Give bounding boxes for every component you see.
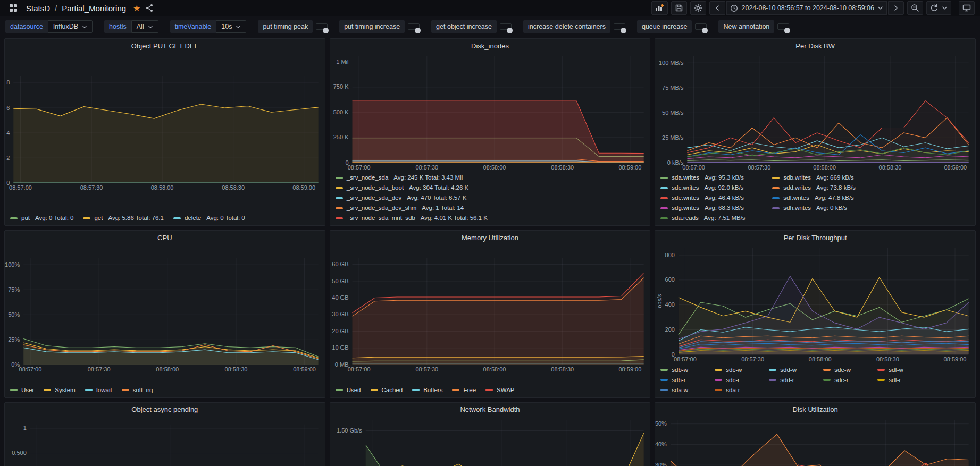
timeseries-chart[interactable]: 0%10%20%30%40%50%08:57:0008:57:3008:58:0…: [655, 417, 975, 466]
new-annotation-switch[interactable]: [777, 23, 789, 30]
legend-item[interactable]: _srv_node_sdaAvg: 245 K Total: 3.43 Mil: [336, 173, 487, 182]
queue-increase-switch[interactable]: [695, 23, 707, 30]
legend-item[interactable]: Used: [336, 386, 361, 395]
legend-item[interactable]: _srv_node_sda_devAvg: 470 Total: 6.57 K: [336, 193, 487, 202]
add-panel-button[interactable]: [651, 1, 668, 15]
svg-text:08:59:00: 08:59:00: [944, 357, 967, 363]
time-shift-forward-button[interactable]: [888, 1, 904, 15]
timeseries-chart[interactable]: 0 kB/s25 MB/s50 MB/s75 MB/s100 MB/s08:57…: [655, 53, 975, 173]
legend-item[interactable]: sda.readsAvg: 7.51 MB/s: [660, 214, 763, 223]
panel-legend: UsedCachedBuffersFreeSWAP: [330, 385, 650, 397]
dashboard-settings-button[interactable]: [690, 1, 706, 15]
legend-series-label: sdd-w: [780, 366, 797, 375]
timeseries-chart[interactable]: 0250 K500 K750 K1 Mil08:57:0008:57:3008:…: [330, 53, 650, 173]
legend-item[interactable]: sda-w: [660, 386, 705, 395]
legend-item[interactable]: SWAP: [485, 386, 514, 395]
save-dashboard-button[interactable]: [671, 1, 687, 15]
panel-title[interactable]: Object PUT GET DEL: [5, 39, 325, 53]
timeseries-chart[interactable]: 0246808:57:0008:57:3008:58:0008:58:3008:…: [5, 53, 325, 213]
legend-item[interactable]: sdc-r: [715, 376, 759, 385]
panel-title[interactable]: Disk Utilization: [655, 403, 975, 417]
increase-delete-containers-switch[interactable]: [614, 23, 625, 30]
legend-item[interactable]: sda-r: [715, 386, 759, 395]
refresh-interval-chevron-icon[interactable]: [942, 6, 948, 10]
legend-item[interactable]: sdd-r: [769, 376, 814, 385]
legend-item[interactable]: sde.writesAvg: 46.4 kB/s: [660, 193, 763, 202]
legend-series-stats: Avg: 245 K Total: 3.43 Mil: [393, 173, 463, 182]
legend-item[interactable]: Buffers: [412, 386, 442, 395]
legend-item[interactable]: putAvg: 0 Total: 0: [10, 214, 73, 223]
legend-series-swatch: [660, 197, 668, 199]
legend-item[interactable]: sdc-w: [715, 366, 759, 375]
legend-series-label: sde.writes: [672, 193, 699, 202]
legend-item[interactable]: sde-r: [823, 376, 868, 385]
kiosk-mode-button[interactable]: [959, 1, 975, 15]
time-shift-back-button[interactable]: [709, 1, 725, 15]
legend-item[interactable]: sdg.writesAvg: 68.3 kB/s: [660, 204, 763, 213]
legend-item[interactable]: Free: [452, 386, 476, 395]
variable-hostls-value[interactable]: All: [131, 20, 158, 33]
legend-item[interactable]: User: [10, 386, 34, 395]
legend-item[interactable]: sde-w: [823, 366, 868, 375]
legend-item[interactable]: deleteAvg: 0 Total: 0: [173, 214, 245, 223]
legend-series-swatch: [85, 389, 93, 391]
put-timing-peak-switch[interactable]: [316, 23, 328, 30]
timeseries-chart[interactable]: 020040060080008:57:0008:57:3008:58:0008:…: [655, 244, 975, 365]
svg-text:08:57:00: 08:57:00: [347, 164, 370, 171]
legend-series-label: sda-w: [672, 386, 688, 395]
share-icon[interactable]: [145, 4, 154, 12]
legend-series-label: sdb-w: [672, 366, 688, 375]
legend-item[interactable]: soft_irq: [122, 386, 153, 395]
panel-title[interactable]: Per Disk BW: [655, 39, 975, 53]
timeseries-chart[interactable]: 10.5000-0.500-108:57:0008:57:3008:58:000…: [5, 417, 325, 466]
legend-item[interactable]: Cached: [371, 386, 403, 395]
refresh-button[interactable]: [926, 1, 951, 15]
svg-text:0 MB: 0 MB: [334, 361, 348, 368]
panel-title[interactable]: Per Disk Throughput: [655, 231, 975, 244]
timeseries-chart[interactable]: 0 MB10 GB20 GB30 GB40 GB50 GB60 GB08:57:…: [330, 244, 650, 385]
put-timing-increase-switch[interactable]: [408, 23, 420, 30]
legend-item[interactable]: sdh.writesAvg: 0 kB/s: [772, 204, 874, 213]
toggle-put-timing-peak: put timing peak: [258, 20, 328, 33]
chevron-down-icon: [877, 6, 883, 10]
legend-series-label: sdc.writes: [672, 183, 699, 192]
legend-series-label: sda-r: [726, 386, 740, 395]
svg-text:08:58:30: 08:58:30: [222, 184, 245, 191]
star-icon[interactable]: ★: [133, 3, 140, 13]
breadcrumb-page[interactable]: Partial_Monitoring: [62, 4, 126, 13]
svg-text:08:57:00: 08:57:00: [674, 357, 697, 363]
legend-item[interactable]: sdb.writesAvg: 669 kB/s: [772, 173, 874, 182]
legend-item[interactable]: sdd-w: [769, 366, 814, 375]
panel-title[interactable]: CPU: [5, 231, 325, 244]
legend-series-label: SWAP: [497, 386, 514, 395]
legend-item[interactable]: sdf.writesAvg: 47.8 kB/s: [772, 193, 874, 202]
legend-item[interactable]: sdb-r: [660, 376, 705, 385]
legend-item[interactable]: sdf-r: [877, 376, 922, 385]
panel-title[interactable]: Object async pending: [5, 403, 325, 417]
legend-item[interactable]: sda.writesAvg: 95.3 kB/s: [660, 173, 763, 182]
breadcrumb-app[interactable]: StatsD: [26, 4, 50, 13]
legend-item[interactable]: sdc.writesAvg: 92.0 kB/s: [660, 183, 763, 192]
timeseries-chart[interactable]: 0%25%50%75%100%08:57:0008:57:3008:58:000…: [5, 244, 325, 385]
panel-title[interactable]: Disk_inodes: [330, 39, 650, 53]
legend-item[interactable]: sdf-w: [877, 366, 922, 375]
variable-datasource-value[interactable]: InfluxDB: [48, 20, 93, 33]
time-range-picker[interactable]: 2024-08-10 08:56:57 to 2024-08-10 08:59:…: [726, 1, 887, 15]
legend-item[interactable]: Iowait: [85, 386, 112, 395]
panel-title[interactable]: Network Bandwidth: [330, 403, 650, 417]
zoom-out-button[interactable]: [907, 1, 923, 15]
get-object-increase-switch[interactable]: [500, 23, 512, 30]
timeseries-chart[interactable]: 500 Mb/s1 Gb/s1.50 Gb/s08:57:0008:57:300…: [330, 417, 650, 466]
legend-item[interactable]: System: [44, 386, 75, 395]
legend-item[interactable]: _srv_node_sda_mnt_sdbAvg: 4.01 K Total: …: [336, 214, 488, 223]
legend-item[interactable]: getAvg: 5.86 Total: 76.1: [83, 214, 163, 223]
legend-item[interactable]: _srv_node_sda_dev_shmAvg: 1 Total: 14: [336, 204, 487, 213]
legend-item[interactable]: sdd.writesAvg: 73.8 kB/s: [772, 183, 874, 192]
variable-timeVariable-value[interactable]: 10s: [216, 20, 246, 33]
legend-item[interactable]: sdb-w: [660, 366, 705, 375]
legend-item[interactable]: _srv_node_sda_bootAvg: 304 Total: 4.26 K: [336, 183, 487, 192]
panel-title[interactable]: Memory Utilization: [330, 231, 650, 244]
svg-text:30 GB: 30 GB: [332, 311, 348, 318]
apps-menu-button[interactable]: [5, 1, 21, 15]
legend-series-label: put: [21, 214, 30, 223]
